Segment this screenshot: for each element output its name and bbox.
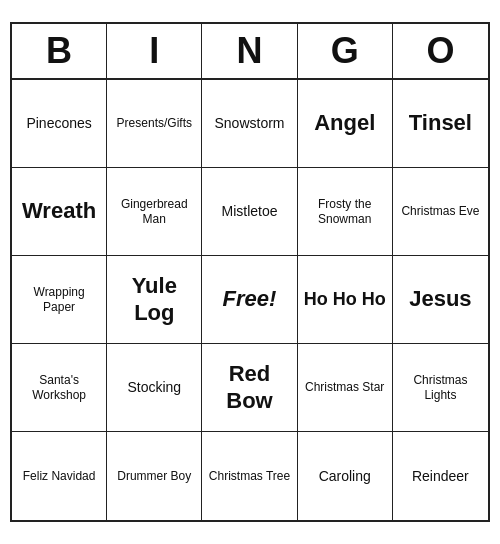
cell-text: Snowstorm: [214, 115, 284, 132]
cell-text: Christmas Star: [305, 380, 384, 394]
cell-r3-c0: Santa's Workshop: [12, 344, 107, 432]
cell-text: Presents/Gifts: [117, 116, 192, 130]
cell-text: Feliz Navidad: [23, 469, 96, 483]
cell-r4-c4: Reindeer: [393, 432, 488, 520]
bingo-header: BINGO: [12, 24, 488, 80]
bingo-grid: PineconesPresents/GiftsSnowstormAngelTin…: [12, 80, 488, 520]
cell-r2-c3: Ho Ho Ho: [298, 256, 393, 344]
cell-text: Free!: [223, 286, 277, 312]
header-letter: O: [393, 24, 488, 78]
bingo-card: BINGO PineconesPresents/GiftsSnowstormAn…: [10, 22, 490, 522]
cell-text: Frosty the Snowman: [302, 197, 388, 226]
cell-text: Wreath: [22, 198, 96, 224]
header-letter: B: [12, 24, 107, 78]
cell-r4-c1: Drummer Boy: [107, 432, 202, 520]
cell-text: Ho Ho Ho: [304, 289, 386, 311]
cell-r2-c4: Jesus: [393, 256, 488, 344]
cell-r3-c3: Christmas Star: [298, 344, 393, 432]
cell-text: Angel: [314, 110, 375, 136]
header-letter: N: [202, 24, 297, 78]
cell-r4-c2: Christmas Tree: [202, 432, 297, 520]
cell-r3-c2: Red Bow: [202, 344, 297, 432]
header-letter: I: [107, 24, 202, 78]
cell-text: Tinsel: [409, 110, 472, 136]
cell-r4-c0: Feliz Navidad: [12, 432, 107, 520]
cell-r0-c0: Pinecones: [12, 80, 107, 168]
cell-r1-c4: Christmas Eve: [393, 168, 488, 256]
cell-r4-c3: Caroling: [298, 432, 393, 520]
cell-text: Mistletoe: [221, 203, 277, 220]
cell-r2-c0: Wrapping Paper: [12, 256, 107, 344]
cell-text: Yule Log: [111, 273, 197, 326]
cell-r0-c2: Snowstorm: [202, 80, 297, 168]
cell-r3-c4: Christmas Lights: [393, 344, 488, 432]
cell-text: Drummer Boy: [117, 469, 191, 483]
cell-text: Reindeer: [412, 468, 469, 485]
cell-text: Santa's Workshop: [16, 373, 102, 402]
cell-r1-c3: Frosty the Snowman: [298, 168, 393, 256]
cell-r1-c0: Wreath: [12, 168, 107, 256]
cell-text: Jesus: [409, 286, 471, 312]
cell-text: Caroling: [319, 468, 371, 485]
cell-r3-c1: Stocking: [107, 344, 202, 432]
cell-text: Christmas Lights: [397, 373, 484, 402]
cell-text: Stocking: [127, 379, 181, 396]
cell-text: Pinecones: [26, 115, 91, 132]
cell-r1-c1: Gingerbread Man: [107, 168, 202, 256]
cell-text: Red Bow: [206, 361, 292, 414]
cell-text: Christmas Tree: [209, 469, 290, 483]
cell-text: Gingerbread Man: [111, 197, 197, 226]
cell-text: Christmas Eve: [401, 204, 479, 218]
cell-r0-c4: Tinsel: [393, 80, 488, 168]
cell-r2-c2: Free!: [202, 256, 297, 344]
cell-r2-c1: Yule Log: [107, 256, 202, 344]
cell-r1-c2: Mistletoe: [202, 168, 297, 256]
cell-text: Wrapping Paper: [16, 285, 102, 314]
cell-r0-c1: Presents/Gifts: [107, 80, 202, 168]
header-letter: G: [298, 24, 393, 78]
cell-r0-c3: Angel: [298, 80, 393, 168]
